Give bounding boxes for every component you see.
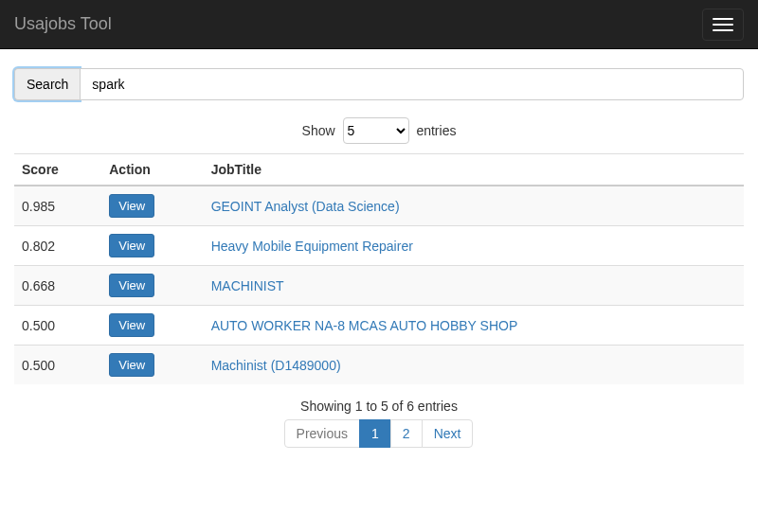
view-button[interactable]: View bbox=[109, 313, 154, 337]
length-suffix: entries bbox=[416, 123, 456, 138]
length-select[interactable]: 5 bbox=[343, 117, 409, 144]
cell-score: 0.985 bbox=[14, 186, 101, 226]
pagination-next[interactable]: Next bbox=[422, 419, 474, 448]
cell-score: 0.668 bbox=[14, 266, 101, 306]
cell-jobtitle: MACHINIST bbox=[204, 266, 744, 306]
search-input[interactable] bbox=[80, 68, 744, 100]
table-info: Showing 1 to 5 of 6 entries bbox=[14, 399, 744, 414]
table-row: 0.985ViewGEOINT Analyst (Data Science) bbox=[14, 186, 744, 226]
cell-action: View bbox=[101, 266, 203, 306]
cell-jobtitle: GEOINT Analyst (Data Science) bbox=[204, 186, 744, 226]
cell-jobtitle: AUTO WORKER NA-8 MCAS AUTO HOBBY SHOP bbox=[204, 306, 744, 346]
view-button[interactable]: View bbox=[109, 353, 154, 377]
navbar-brand[interactable]: Usajobs Tool bbox=[14, 0, 112, 48]
job-title-link[interactable]: GEOINT Analyst (Data Science) bbox=[211, 199, 400, 214]
view-button[interactable]: View bbox=[109, 194, 154, 218]
table-header-row: Score Action JobTitle bbox=[14, 154, 744, 186]
pagination: Previous 1 2 Next bbox=[14, 419, 744, 448]
cell-action: View bbox=[101, 186, 203, 226]
length-control: Show 5 entries bbox=[14, 117, 744, 144]
pagination-previous[interactable]: Previous bbox=[284, 419, 360, 448]
main-container: Search Show 5 entries Score Action JobTi… bbox=[0, 68, 758, 448]
pagination-page-2[interactable]: 2 bbox=[390, 419, 423, 448]
cell-score: 0.500 bbox=[14, 346, 101, 385]
hamburger-icon-bar bbox=[713, 24, 733, 26]
results-table: Score Action JobTitle 0.985ViewGEOINT An… bbox=[14, 153, 744, 384]
job-title-link[interactable]: AUTO WORKER NA-8 MCAS AUTO HOBBY SHOP bbox=[211, 318, 518, 333]
cell-action: View bbox=[101, 306, 203, 346]
hamburger-icon-bar bbox=[713, 18, 733, 20]
job-title-link[interactable]: Machinist (D1489000) bbox=[211, 358, 341, 373]
col-header-jobtitle[interactable]: JobTitle bbox=[204, 154, 744, 186]
hamburger-icon-bar bbox=[713, 29, 733, 31]
col-header-action[interactable]: Action bbox=[101, 154, 203, 186]
table-row: 0.802ViewHeavy Mobile Equipment Repairer bbox=[14, 226, 744, 266]
col-header-score[interactable]: Score bbox=[14, 154, 101, 186]
cell-action: View bbox=[101, 226, 203, 266]
job-title-link[interactable]: MACHINIST bbox=[211, 278, 284, 293]
table-row: 0.500ViewAUTO WORKER NA-8 MCAS AUTO HOBB… bbox=[14, 306, 744, 346]
view-button[interactable]: View bbox=[109, 274, 154, 297]
table-row: 0.668ViewMACHINIST bbox=[14, 266, 744, 306]
navbar: Usajobs Tool bbox=[0, 0, 758, 49]
cell-jobtitle: Heavy Mobile Equipment Repairer bbox=[204, 226, 744, 266]
cell-score: 0.500 bbox=[14, 306, 101, 346]
search-input-group: Search bbox=[14, 68, 744, 100]
cell-action: View bbox=[101, 346, 203, 385]
table-row: 0.500ViewMachinist (D1489000) bbox=[14, 346, 744, 385]
pagination-page-1[interactable]: 1 bbox=[359, 419, 391, 448]
job-title-link[interactable]: Heavy Mobile Equipment Repairer bbox=[211, 239, 413, 254]
view-button[interactable]: View bbox=[109, 234, 154, 257]
cell-score: 0.802 bbox=[14, 226, 101, 266]
cell-jobtitle: Machinist (D1489000) bbox=[204, 346, 744, 385]
navbar-toggle-button[interactable] bbox=[702, 9, 744, 41]
length-prefix: Show bbox=[302, 123, 335, 138]
search-button[interactable]: Search bbox=[14, 68, 80, 100]
